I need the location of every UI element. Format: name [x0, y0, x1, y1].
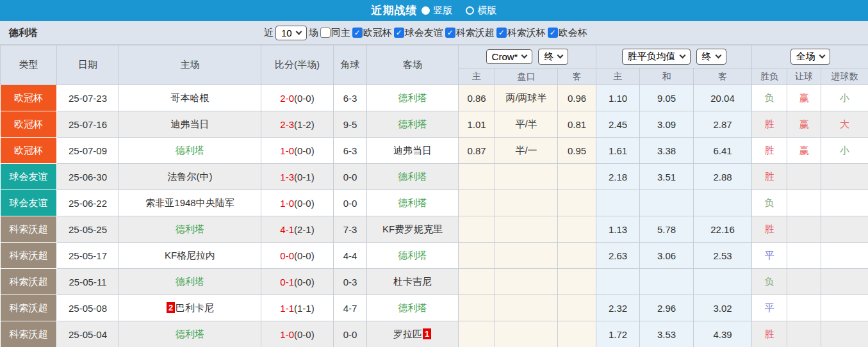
goals-result-badge: 小: [840, 145, 849, 156]
cell-avg-away: 2.87: [694, 111, 752, 138]
fulltime-score: 1-0: [280, 198, 294, 209]
league-badge: 科索沃超: [1, 295, 57, 321]
cell-asian-home: [459, 190, 495, 216]
league-checkbox-conference[interactable]: ✓: [548, 28, 558, 38]
cell-avg-away: 22.16: [694, 216, 752, 243]
league-filter-conference[interactable]: ✓ 欧会杯: [548, 27, 587, 39]
cell-asian-line: 半/一: [495, 138, 558, 164]
cell-away-team: 杜卡吉尼: [367, 269, 459, 295]
cell-corners: 0-3: [334, 269, 367, 295]
chevron-down-icon: [679, 52, 685, 59]
recent-count-select[interactable]: 10: [275, 26, 307, 40]
cell-date: 25-05-08: [57, 295, 119, 321]
odds-time-select[interactable]: 终: [538, 49, 568, 65]
fulltime-score: 1-0: [280, 145, 294, 156]
cell-score: 0-1(0-0): [261, 269, 334, 295]
cell-asian-home: [459, 321, 495, 347]
subcol-result: 胜负: [752, 69, 787, 85]
cell-avg-draw: 3.38: [640, 138, 694, 164]
odds-company-select[interactable]: Crow*: [486, 49, 533, 64]
home-team-name: KF格尼拉内: [165, 250, 215, 261]
cell-avg-away: [694, 190, 752, 216]
cell-avg-home: 1.72: [596, 321, 640, 347]
cell-avg-away: 3.02: [694, 295, 752, 321]
cell-result: 胜: [752, 321, 787, 347]
cell-avg-away: 2.88: [694, 164, 752, 190]
cell-avg-home: 1.61: [596, 138, 640, 164]
home-team-name: 哥本哈根: [171, 92, 209, 103]
result-badge: 平: [765, 250, 774, 261]
league-checkbox-friendly[interactable]: ✓: [394, 28, 404, 38]
red-card-badge: 1: [423, 328, 431, 339]
cell-corners: 6-3: [334, 138, 367, 164]
cell-corners: 6-3: [334, 85, 367, 111]
cell-avg-home: [596, 269, 640, 295]
cell-asian-line: [495, 190, 558, 216]
cell-avg-away: [694, 269, 752, 295]
league-checkbox-kosovo-super[interactable]: ✓: [445, 28, 455, 38]
fulltime-score: 2-3: [280, 119, 294, 130]
recent-count-value: 10: [281, 28, 292, 38]
scope-select[interactable]: 全场: [790, 49, 830, 65]
cell-goals-result: [821, 295, 868, 321]
odds-time-value: 终: [544, 51, 553, 63]
radio-vertical-layout[interactable]: [422, 6, 430, 15]
col-header-away: 客场: [367, 45, 459, 85]
fulltime-score: 0-0: [280, 250, 294, 261]
cell-asian-away: [558, 164, 596, 190]
cell-away-team: 德利塔: [367, 295, 459, 321]
col-header-type: 类型: [1, 45, 57, 85]
cell-score: 2-0(0-0): [261, 85, 334, 111]
cell-corners: 9-5: [334, 111, 367, 138]
cell-home-team: KF格尼拉内: [119, 243, 261, 269]
cell-result: 负: [752, 85, 787, 111]
league-filter-friendly[interactable]: ✓ 球会友谊: [394, 27, 443, 39]
league-checkbox-kosovo-cup[interactable]: ✓: [496, 28, 507, 38]
col-header-date: 日期: [57, 45, 119, 85]
league-filter-kosovo-cup[interactable]: ✓ 科索沃杯: [496, 27, 546, 39]
result-badge: 负: [765, 276, 774, 287]
radio-vertical-label[interactable]: 竖版: [434, 4, 453, 17]
cell-avg-home: 1.13: [596, 216, 640, 243]
same-home-filter[interactable]: 同主: [320, 27, 350, 39]
cell-result: 胜: [752, 164, 787, 190]
home-team-name: 德利塔: [176, 276, 204, 287]
cell-date: 25-07-16: [57, 111, 119, 138]
cell-result: 胜: [752, 138, 787, 164]
league-filter-ucl[interactable]: ✓ 欧冠杯: [352, 27, 392, 39]
cell-asian-home: 0.86: [459, 85, 495, 111]
cell-corners: 0-0: [334, 164, 367, 190]
avg-time-select[interactable]: 终: [696, 49, 726, 65]
radio-horizontal-layout[interactable]: [466, 6, 474, 15]
cell-avg-draw: 5.78: [640, 216, 694, 243]
league-checkbox-ucl[interactable]: ✓: [352, 28, 363, 38]
cell-avg-draw: [640, 269, 694, 295]
table-row: 欧冠杯25-07-23哥本哈根2-0(0-0)6-3德利塔0.86两/两球半0.…: [1, 85, 868, 111]
cell-corners: 4-4: [334, 243, 367, 269]
handicap-result-badge: 赢: [799, 92, 809, 103]
odds-company-value: Crow*: [492, 51, 518, 62]
same-home-checkbox[interactable]: [320, 28, 331, 38]
cell-asian-line: [495, 243, 558, 269]
league-badge: 科索沃超: [1, 269, 57, 295]
league-badge: 科索沃超: [1, 243, 57, 269]
fulltime-score: 1-1: [280, 303, 294, 314]
cell-asian-line: 两/两球半: [495, 85, 558, 111]
home-team-name: 索非亚1948中央陆军: [145, 197, 234, 208]
halftime-score: (1-1): [294, 303, 315, 314]
subcol-asian-away: 客: [558, 69, 596, 85]
away-team-name: 德利塔: [398, 302, 427, 313]
result-badge: 胜: [765, 223, 774, 234]
cell-date: 25-05-11: [57, 269, 119, 295]
cell-date: 25-07-23: [57, 85, 119, 111]
results-tbody: 欧冠杯25-07-23哥本哈根2-0(0-0)6-3德利塔0.86两/两球半0.…: [1, 85, 868, 347]
radio-horizontal-label[interactable]: 横版: [478, 4, 497, 17]
table-row: 科索沃超25-05-082巴利卡尼1-1(1-1)4-7德利塔2.322.963…: [1, 295, 868, 321]
league-label-kosovo-cup: 科索沃杯: [507, 27, 546, 39]
league-filter-kosovo-super[interactable]: ✓ 科索沃超: [445, 27, 495, 39]
cell-avg-home: 1.10: [596, 85, 640, 111]
halftime-score: (2-1): [294, 224, 315, 235]
avg-type-select[interactable]: 胜平负均值: [622, 49, 691, 65]
avg-type-value: 胜平负均值: [628, 51, 676, 63]
league-badge: 欧冠杯: [1, 85, 57, 111]
